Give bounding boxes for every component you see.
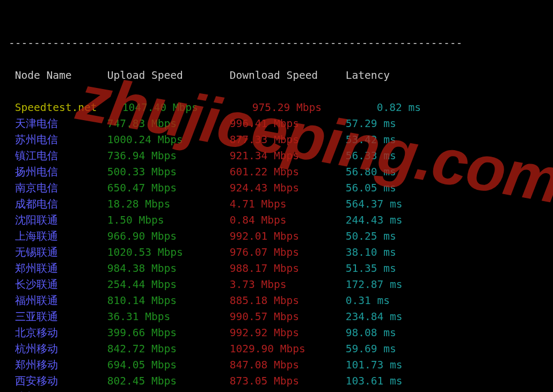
latency: 103.61 ms: [346, 373, 403, 389]
table-row: 扬州电信500.33 Mbps601.22 Mbps56.80 ms: [9, 164, 544, 180]
download-speed: 990.57 Mbps: [230, 309, 346, 325]
latency: 57.29 ms: [346, 116, 396, 132]
upload-speed: 1020.53 Mbps: [107, 245, 230, 261]
table-row: 成都移动405.23 Mbps1006.68 Mbps119.93 ms: [9, 389, 544, 392]
table-row: 西安移动802.45 Mbps873.05 Mbps103.61 ms: [9, 373, 544, 389]
table-row: 杭州移动842.72 Mbps1029.90 Mbps59.69 ms: [9, 341, 544, 357]
table-row: 北京移动399.66 Mbps992.92 Mbps98.08 ms: [9, 325, 544, 341]
node-name: 南京电信: [15, 180, 107, 196]
latency: 51.35 ms: [346, 261, 396, 277]
latency: 38.10 ms: [346, 245, 396, 261]
upload-speed: 984.38 Mbps: [107, 261, 230, 277]
upload-speed: 736.94 Mbps: [107, 148, 230, 164]
header-download: Download Speed: [230, 68, 346, 84]
node-name: 上海联通: [15, 228, 107, 245]
table-row: 长沙联通254.44 Mbps3.73 Mbps172.87 ms: [9, 277, 544, 293]
upload-speed: 966.90 Mbps: [107, 228, 230, 245]
latency: 59.69 ms: [346, 341, 396, 357]
table-row: Speedtest.net1047.40 Mbps975.29 Mbps0.82…: [9, 100, 544, 116]
download-speed: 4.71 Mbps: [230, 196, 346, 212]
upload-speed: 747.83 Mbps: [107, 116, 230, 132]
download-speed: 921.34 Mbps: [230, 148, 346, 164]
latency: 56.05 ms: [346, 180, 396, 196]
download-speed: 992.92 Mbps: [230, 325, 346, 341]
node-name: 杭州移动: [15, 341, 107, 357]
node-name: 三亚联通: [15, 309, 107, 325]
latency: 50.25 ms: [346, 228, 396, 245]
table-row: 苏州电信1000.24 Mbps877.33 Mbps53.42 ms: [9, 132, 544, 148]
download-speed: 988.17 Mbps: [230, 261, 346, 277]
download-speed: 3.73 Mbps: [230, 277, 346, 293]
latency: 119.93 ms: [346, 389, 403, 392]
table-row: 天津电信747.83 Mbps996.41 Mbps57.29 ms: [9, 116, 544, 132]
latency: 564.37 ms: [346, 196, 403, 212]
upload-speed: 405.23 Mbps: [107, 389, 230, 392]
table-row: 成都电信18.28 Mbps4.71 Mbps564.37 ms: [9, 196, 544, 212]
upload-speed: 810.14 Mbps: [107, 293, 230, 309]
upload-speed: 254.44 Mbps: [107, 277, 230, 293]
latency: 172.87 ms: [346, 277, 403, 293]
node-name: 天津电信: [15, 116, 107, 132]
node-name: 无锡联通: [15, 245, 107, 261]
download-speed: 1006.68 Mbps: [230, 389, 346, 392]
download-speed: 992.01 Mbps: [230, 228, 346, 245]
latency: 56.33 ms: [346, 148, 396, 164]
node-name: 长沙联通: [15, 277, 107, 293]
node-name: 福州联通: [15, 293, 107, 309]
latency: 98.08 ms: [346, 325, 396, 341]
latency: 101.73 ms: [346, 357, 403, 373]
upload-speed: 694.05 Mbps: [107, 357, 230, 373]
node-name: 郑州移动: [15, 357, 107, 373]
table-row: 南京电信650.47 Mbps924.43 Mbps56.05 ms: [9, 180, 544, 196]
terminal-output: ----------------------------------------…: [0, 0, 553, 392]
upload-speed: 1000.24 Mbps: [107, 132, 230, 148]
node-name: Speedtest.net: [15, 100, 122, 116]
node-name: 郑州联通: [15, 261, 107, 277]
table-body: Speedtest.net1047.40 Mbps975.29 Mbps0.82…: [9, 100, 544, 392]
divider-top: ----------------------------------------…: [9, 35, 544, 51]
latency: 56.80 ms: [346, 164, 396, 180]
table-row: 沈阳联通1.50 Mbps0.84 Mbps244.43 ms: [9, 212, 544, 228]
table-row: 上海联通966.90 Mbps992.01 Mbps50.25 ms: [9, 228, 544, 245]
header-latency: Latency: [346, 68, 390, 84]
node-name: 镇江电信: [15, 148, 107, 164]
download-speed: 601.22 Mbps: [230, 164, 346, 180]
upload-speed: 500.33 Mbps: [107, 164, 230, 180]
download-speed: 1029.90 Mbps: [230, 341, 346, 357]
download-speed: 847.08 Mbps: [230, 357, 346, 373]
table-row: 无锡联通1020.53 Mbps976.07 Mbps38.10 ms: [9, 245, 544, 261]
latency: 0.82 ms: [377, 100, 421, 116]
table-row: 镇江电信736.94 Mbps921.34 Mbps56.33 ms: [9, 148, 544, 164]
node-name: 成都电信: [15, 196, 107, 212]
download-speed: 996.41 Mbps: [230, 116, 346, 132]
latency: 244.43 ms: [346, 212, 403, 228]
table-header-row: Node NameUpload SpeedDownload SpeedLaten…: [9, 68, 544, 84]
node-name: 苏州电信: [15, 132, 107, 148]
header-node: Node Name: [15, 68, 107, 84]
download-speed: 924.43 Mbps: [230, 180, 346, 196]
download-speed: 0.84 Mbps: [230, 212, 346, 228]
download-speed: 976.07 Mbps: [230, 245, 346, 261]
node-name: 扬州电信: [15, 164, 107, 180]
upload-speed: 18.28 Mbps: [107, 196, 230, 212]
header-upload: Upload Speed: [107, 68, 230, 84]
table-row: 郑州移动694.05 Mbps847.08 Mbps101.73 ms: [9, 357, 544, 373]
upload-speed: 802.45 Mbps: [107, 373, 230, 389]
table-row: 三亚联通36.31 Mbps990.57 Mbps234.84 ms: [9, 309, 544, 325]
download-speed: 877.33 Mbps: [230, 132, 346, 148]
node-name: 西安移动: [15, 373, 107, 389]
download-speed: 873.05 Mbps: [230, 373, 346, 389]
table-row: 郑州联通984.38 Mbps988.17 Mbps51.35 ms: [9, 261, 544, 277]
node-name: 沈阳联通: [15, 212, 107, 228]
node-name: 成都移动: [15, 389, 107, 392]
latency: 234.84 ms: [346, 309, 403, 325]
upload-speed: 36.31 Mbps: [107, 309, 230, 325]
upload-speed: 1.50 Mbps: [107, 212, 230, 228]
download-speed: 885.18 Mbps: [230, 293, 346, 309]
upload-speed: 399.66 Mbps: [107, 325, 230, 341]
latency: 0.31 ms: [346, 293, 390, 309]
latency: 53.42 ms: [346, 132, 396, 148]
table-row: 福州联通810.14 Mbps885.18 Mbps0.31 ms: [9, 293, 544, 309]
upload-speed: 1047.40 Mbps: [122, 100, 252, 116]
upload-speed: 842.72 Mbps: [107, 341, 230, 357]
